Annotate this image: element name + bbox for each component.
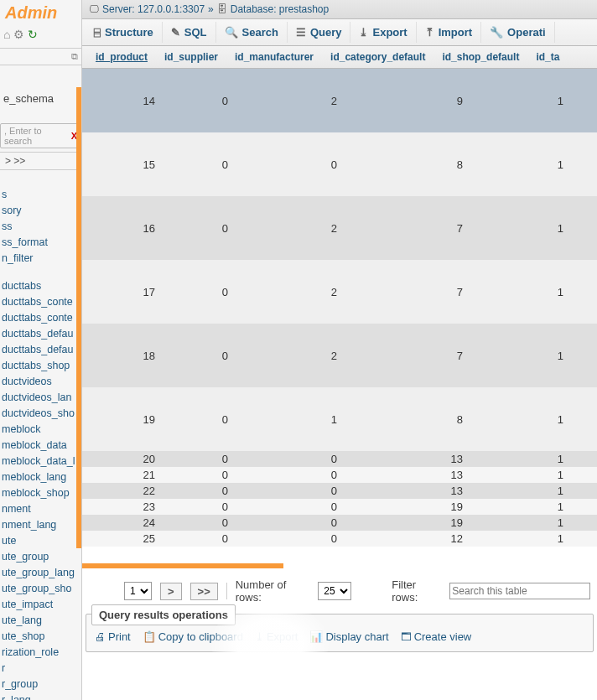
table-body: 1402911500811602711702711802711901812000…: [82, 69, 597, 563]
table-row[interactable]: 2400191: [82, 515, 597, 531]
next-page-button[interactable]: >: [160, 583, 182, 600]
tree-pager[interactable]: > >>: [0, 152, 81, 170]
filter-label: Filter rows:: [392, 578, 441, 604]
print-icon: 🖨: [95, 630, 106, 643]
col-id_manufacturer[interactable]: id_manufacturer: [226, 51, 322, 63]
tree-item[interactable]: meblock_data_l: [0, 454, 81, 469]
tree-item[interactable]: meblock_shop: [0, 485, 81, 501]
print-link[interactable]: 🖨Print: [95, 630, 131, 643]
tree-item[interactable]: s: [0, 187, 81, 203]
page-select[interactable]: 1: [124, 582, 152, 600]
tree-item[interactable]: nment_lang: [0, 517, 81, 533]
query-ops: Query results operations 🖨Print 📋Copy to…: [86, 614, 594, 652]
breadcrumb-sep: »: [208, 3, 214, 15]
schema-label[interactable]: e_schema: [0, 91, 81, 106]
server-icon: 🖵: [89, 3, 99, 15]
col-id_shop_default[interactable]: id_shop_default: [433, 51, 527, 63]
numrows-select[interactable]: 25: [318, 582, 351, 600]
tree-search[interactable]: , Enter to search X: [0, 123, 81, 148]
tab-structure[interactable]: ⌸Structure: [86, 22, 163, 43]
sidebar: Admin ⌂ ⚙ ↻ ⧉ e_schema , Enter to search…: [0, 0, 82, 700]
export-icon: ⤓: [255, 630, 264, 643]
breadcrumb-db[interactable]: Database: prestashop: [231, 3, 329, 15]
tree-item[interactable]: ductvideos: [0, 374, 81, 390]
tree-item[interactable]: ute: [0, 533, 81, 549]
table-row[interactable]: 180271: [82, 324, 597, 387]
tree-item[interactable]: r_group: [0, 677, 81, 692]
table-row[interactable]: 160271: [82, 196, 597, 260]
tree-item[interactable]: rization_role: [0, 645, 81, 661]
tab-operati[interactable]: 🔧Operati: [481, 22, 555, 43]
tree-item[interactable]: ductvideos_lan: [0, 390, 81, 406]
chart-link[interactable]: 📊Display chart: [309, 630, 388, 643]
tree-item[interactable]: ducttabs_conte: [0, 310, 81, 326]
col-id_product[interactable]: id_product: [87, 51, 156, 63]
tree-item[interactable]: ute_group_lang: [0, 565, 81, 581]
tree-item[interactable]: r: [0, 661, 81, 677]
export-icon: ⤓: [359, 26, 368, 39]
tree-item[interactable]: n_filter: [0, 251, 81, 267]
filter-input[interactable]: [449, 583, 590, 599]
table-row[interactable]: 150081: [82, 132, 597, 196]
chart-icon: 📊: [309, 630, 323, 643]
tree-item[interactable]: ss_format: [0, 235, 81, 251]
copy-link[interactable]: 📋Copy to clipboard: [143, 630, 243, 643]
tree-item[interactable]: meblock: [0, 422, 81, 438]
main-panel: 🖵 Server: 127.0.0.1:3307 » 🗄 Database: p…: [82, 0, 597, 700]
table-row[interactable]: 170271: [82, 260, 597, 324]
divider: [226, 583, 227, 599]
tree-item[interactable]: ducttabs_shop: [0, 358, 81, 374]
scrollbar[interactable]: [76, 87, 81, 548]
tree-item[interactable]: ductvideos_sho: [0, 406, 81, 422]
table-row[interactable]: 2000131: [82, 451, 597, 467]
tree-item[interactable]: ute_shop: [0, 629, 81, 645]
tree-item[interactable]: ute_impact: [0, 597, 81, 613]
view-icon: 🗔: [401, 630, 412, 643]
table-row[interactable]: 2100131: [82, 467, 597, 483]
clipboard-icon: 📋: [143, 630, 156, 643]
structure-icon: ⌸: [94, 26, 101, 39]
link-icon[interactable]: ⧉: [0, 48, 81, 65]
refresh-icon[interactable]: ↻: [28, 28, 38, 41]
tab-bar: ⌸Structure✎SQL🔍Search☰Query⤓Export⤒Impor…: [82, 19, 597, 46]
app-logo: Admin: [0, 0, 81, 26]
tree-item[interactable]: ducttabs_defau: [0, 342, 81, 358]
table-row[interactable]: 140291: [82, 69, 597, 132]
table-row[interactable]: 2300191: [82, 499, 597, 515]
breadcrumb-server[interactable]: Server: 127.0.0.1:3307: [102, 3, 205, 15]
tree-item[interactable]: r_lang: [0, 692, 81, 700]
import-icon: ⤒: [425, 26, 434, 39]
tab-search[interactable]: 🔍Search: [216, 22, 288, 43]
tab-export[interactable]: ⤓Export: [350, 22, 416, 43]
last-page-button[interactable]: >>: [190, 583, 218, 600]
tree-item[interactable]: ducttabs_conte: [0, 294, 81, 310]
tab-query[interactable]: ☰Query: [288, 22, 351, 43]
tree-item[interactable]: nment: [0, 501, 81, 517]
view-link[interactable]: 🗔Create view: [401, 630, 472, 643]
table-row[interactable]: 190181: [82, 387, 597, 451]
tab-sql[interactable]: ✎SQL: [163, 22, 216, 43]
col-id_category_default[interactable]: id_category_default: [322, 51, 433, 63]
tree-item[interactable]: ducttabs: [0, 278, 81, 294]
tree-item[interactable]: meblock_data: [0, 438, 81, 454]
tree-item[interactable]: meblock_lang: [0, 469, 81, 485]
table-row[interactable]: 2200131: [82, 483, 597, 499]
database-icon: 🗄: [217, 3, 227, 15]
col-id_supplier[interactable]: id_supplier: [156, 51, 226, 63]
tree-item[interactable]: ss: [0, 219, 81, 235]
tree-item[interactable]: sory: [0, 203, 81, 219]
breadcrumb: 🖵 Server: 127.0.0.1:3307 » 🗄 Database: p…: [82, 0, 597, 19]
gear-icon[interactable]: ⚙: [13, 28, 24, 41]
col-id_ta[interactable]: id_ta: [527, 51, 568, 63]
tree-item[interactable]: ducttabs_defau: [0, 326, 81, 342]
table-row[interactable]: 2500121: [82, 531, 597, 547]
sidebar-toolbar: ⌂ ⚙ ↻: [0, 26, 81, 43]
tree-item[interactable]: ute_group_sho: [0, 581, 81, 597]
home-icon[interactable]: ⌂: [3, 28, 10, 41]
tab-import[interactable]: ⤒Import: [417, 22, 481, 43]
tree-item[interactable]: ute_lang: [0, 613, 81, 629]
export-link[interactable]: ⤓Export: [255, 630, 298, 643]
operati-icon: 🔧: [490, 26, 503, 39]
tree-item[interactable]: ute_group: [0, 549, 81, 565]
query-icon: ☰: [296, 26, 306, 39]
